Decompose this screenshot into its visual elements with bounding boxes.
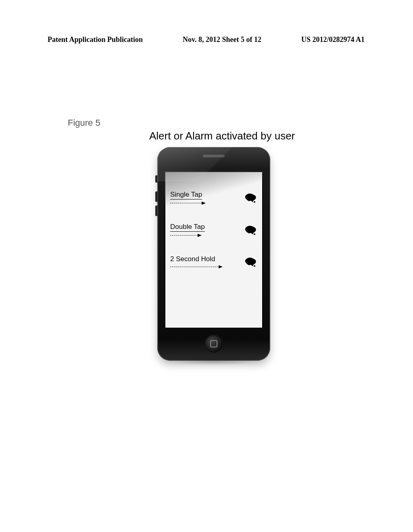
gesture-row-single-tap[interactable]: Single Tap <box>170 191 257 205</box>
gesture-row-two-second-hold[interactable]: 2 Second Hold <box>170 255 257 269</box>
gesture-text: Double Tap <box>170 223 205 232</box>
phone-body: Single Tap Do <box>157 147 270 361</box>
phone-volume-down <box>155 206 157 216</box>
gesture-row-double-tap[interactable]: Double Tap <box>170 223 257 237</box>
arrow-right-icon <box>170 265 223 269</box>
svg-marker-1 <box>202 202 206 205</box>
figure-label: Figure 5 <box>68 118 100 128</box>
pointer-hand-icon <box>243 192 257 204</box>
publication-label: Patent Application Publication <box>48 35 143 44</box>
phone-camera-icon <box>196 154 199 158</box>
svg-marker-7 <box>219 265 223 268</box>
pointer-hand-icon <box>243 224 257 236</box>
publication-number: US 2012/0282974 A1 <box>301 35 365 44</box>
arrow-right-icon <box>170 233 202 237</box>
sheet-info: Nov. 8, 2012 Sheet 5 of 12 <box>183 35 261 44</box>
gesture-label: Double Tap <box>170 223 205 237</box>
figure-title: Alert or Alarm activated by user <box>149 130 295 142</box>
arrow-right-icon <box>170 201 206 205</box>
gesture-label: Single Tap <box>170 191 206 205</box>
svg-point-8 <box>254 265 255 267</box>
svg-marker-4 <box>198 234 202 237</box>
pointer-hand-icon <box>243 256 257 268</box>
gesture-text: 2 Second Hold <box>170 255 215 263</box>
phone-mute-switch <box>155 175 157 183</box>
phone-speaker-icon <box>202 154 225 158</box>
phone-screen[interactable]: Single Tap Do <box>165 171 263 328</box>
phone-illustration: Single Tap Do <box>157 147 270 361</box>
phone-volume-up <box>155 191 157 202</box>
phone-shadow <box>161 357 266 365</box>
phone-home-button[interactable] <box>205 335 223 353</box>
gesture-text: Single Tap <box>170 191 202 200</box>
page-header: Patent Application Publication Nov. 8, 2… <box>48 35 365 44</box>
gesture-label: 2 Second Hold <box>170 255 223 269</box>
svg-point-2 <box>254 201 255 203</box>
svg-point-5 <box>254 233 255 235</box>
